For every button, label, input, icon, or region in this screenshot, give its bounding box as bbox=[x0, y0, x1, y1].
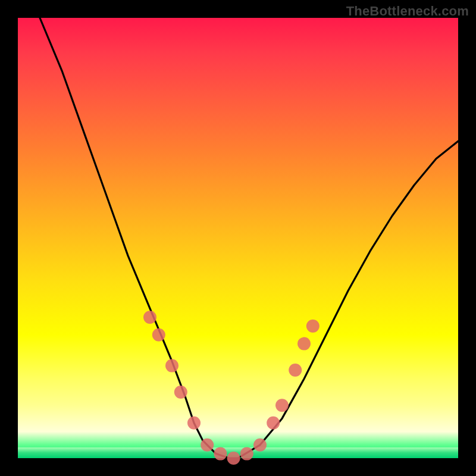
curve-marker bbox=[275, 399, 289, 412]
chart-container: TheBottleneck.com bbox=[0, 0, 476, 476]
bottleneck-curve-path bbox=[18, 0, 458, 458]
curve-marker bbox=[253, 439, 267, 452]
curve-marker bbox=[240, 447, 253, 461]
curve-marker bbox=[214, 447, 227, 461]
curve-layer bbox=[18, 18, 458, 458]
curve-marker bbox=[306, 320, 320, 333]
curve-marker bbox=[267, 416, 280, 430]
curve-markers bbox=[143, 311, 320, 465]
plot-area bbox=[18, 18, 458, 458]
curve-marker bbox=[289, 364, 302, 377]
curve-marker bbox=[201, 439, 214, 452]
curve-marker bbox=[152, 328, 165, 342]
watermark-label: TheBottleneck.com bbox=[346, 4, 469, 19]
bottleneck-curve bbox=[18, 0, 458, 458]
curve-marker bbox=[187, 416, 201, 430]
curve-marker bbox=[298, 337, 311, 350]
curve-marker bbox=[143, 311, 156, 324]
curve-marker bbox=[227, 452, 240, 465]
curve-marker bbox=[165, 359, 178, 372]
curve-marker bbox=[174, 386, 187, 399]
